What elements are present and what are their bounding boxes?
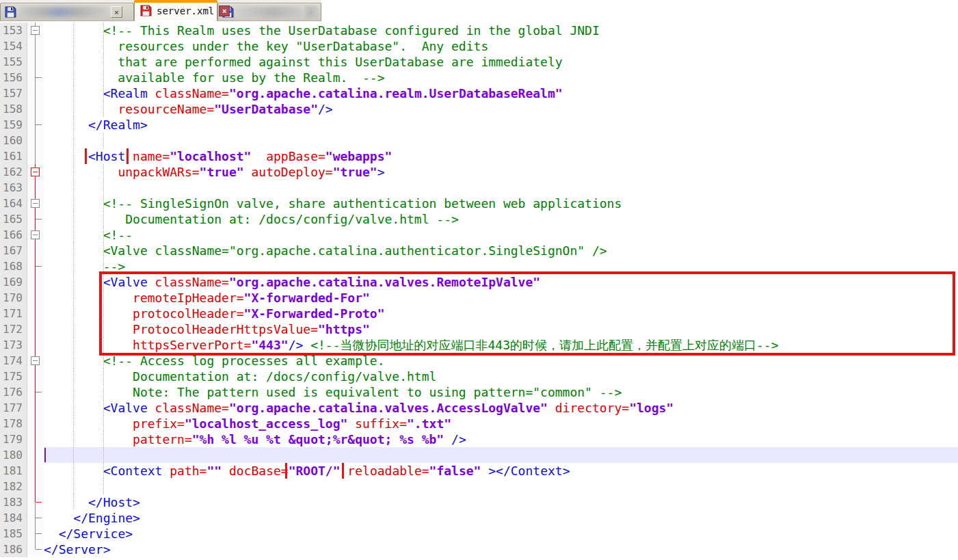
code-line[interactable]: 156 available for use by the Realm. --> xyxy=(0,70,958,85)
fold-marker[interactable] xyxy=(27,510,44,526)
code-line[interactable]: 179 pattern="%h %l %u %t &quot;%r&quot; … xyxy=(0,431,958,447)
code-line[interactable]: 154 resources under the key "UserDatabas… xyxy=(0,38,958,54)
close-icon[interactable]: × xyxy=(305,6,317,18)
code-editor[interactable]: 153 <!-- This Realm uses the UserDatabas… xyxy=(0,21,958,560)
code-line[interactable]: 161 <Host name="localhost" appBase="weba… xyxy=(0,148,958,164)
indent-guide xyxy=(73,243,74,258)
fold-marker[interactable] xyxy=(27,243,44,258)
fold-marker[interactable] xyxy=(27,180,44,196)
fold-marker[interactable] xyxy=(27,494,44,510)
fold-marker[interactable] xyxy=(27,196,44,211)
code-line[interactable]: 171 protocolHeader="X-Forwarded-Proto" xyxy=(0,306,958,321)
line-number: 158 xyxy=(0,101,27,117)
fold-marker[interactable] xyxy=(27,306,44,321)
fold-marker[interactable] xyxy=(27,54,44,70)
fold-marker[interactable] xyxy=(27,164,44,180)
code-text: <Context path="" docBase="ROOT/" reloada… xyxy=(44,463,958,479)
tab-file-3[interactable]: × xyxy=(217,3,321,21)
code-line[interactable]: 170 remoteIpHeader="X-forwarded-For" xyxy=(0,290,958,306)
indent-guide xyxy=(103,258,104,274)
code-text: </Engine> xyxy=(44,510,958,526)
line-number: 171 xyxy=(0,306,27,321)
fold-marker[interactable] xyxy=(27,353,44,369)
code-text: </Server> xyxy=(44,542,958,557)
line-number: 176 xyxy=(0,384,27,400)
fold-marker[interactable] xyxy=(27,70,44,85)
fold-marker[interactable] xyxy=(27,400,44,416)
code-line[interactable]: 184 </Engine> xyxy=(0,510,958,526)
fold-marker[interactable] xyxy=(27,211,44,227)
fold-marker[interactable] xyxy=(27,447,44,463)
code-line[interactable]: 157 <Realm className="org.apache.catalin… xyxy=(0,85,958,101)
code-line[interactable]: 159 </Realm> xyxy=(0,117,958,133)
line-number: 155 xyxy=(0,54,27,70)
fold-marker[interactable] xyxy=(27,274,44,290)
line-number: 153 xyxy=(0,23,27,38)
fold-marker[interactable] xyxy=(27,337,44,353)
tab-server-xml[interactable]: server.xml × xyxy=(134,0,217,21)
code-line[interactable]: 181 <Context path="" docBase="ROOT/" rel… xyxy=(0,463,958,479)
fold-marker[interactable] xyxy=(27,38,44,54)
fold-marker[interactable] xyxy=(27,384,44,400)
code-text: prefix="localhost_access_log" suffix=".t… xyxy=(44,416,958,431)
fold-marker[interactable] xyxy=(27,431,44,447)
code-line[interactable]: 158 resourceName="UserDatabase"/> xyxy=(0,101,958,117)
fold-marker[interactable] xyxy=(27,416,44,431)
code-line[interactable]: 174 <!-- Access log processes all exampl… xyxy=(0,353,958,369)
code-line[interactable]: 177 <Valve className="org.apache.catalin… xyxy=(0,400,958,416)
code-text xyxy=(44,133,958,148)
code-line[interactable]: 173 httpsServerPort="443"/> <!--当微协同地址的对… xyxy=(0,337,958,353)
code-line[interactable]: 186</Server> xyxy=(0,542,958,557)
code-line[interactable]: 167 <Valve className="org.apache.catalin… xyxy=(0,243,958,258)
code-line[interactable]: 160 xyxy=(0,133,958,148)
fold-marker[interactable] xyxy=(27,23,44,38)
code-text: remoteIpHeader="X-forwarded-For" xyxy=(44,290,958,306)
code-line[interactable]: 162 unpackWARs="true" autoDeploy="true"> xyxy=(0,164,958,180)
fold-marker[interactable] xyxy=(27,85,44,101)
code-line[interactable]: 168 --> xyxy=(0,258,958,274)
code-line[interactable]: 172 ProtocolHeaderHttpsValue="https" xyxy=(0,321,958,337)
fold-marker[interactable] xyxy=(27,526,44,542)
fold-marker[interactable] xyxy=(27,463,44,479)
fold-marker[interactable] xyxy=(27,479,44,494)
code-line[interactable]: 163 xyxy=(0,180,958,196)
close-icon[interactable]: × xyxy=(219,5,230,16)
code-line[interactable]: 176 Note: The pattern used is equivalent… xyxy=(0,384,958,400)
indent-guide xyxy=(103,133,104,148)
line-number: 175 xyxy=(0,369,27,384)
code-line[interactable]: 164 <!-- SingleSignOn valve, share authe… xyxy=(0,196,958,211)
indent-guide xyxy=(103,384,104,400)
indent-guide xyxy=(103,196,104,211)
fold-marker[interactable] xyxy=(27,321,44,337)
close-icon[interactable]: × xyxy=(111,6,122,18)
code-line[interactable]: 155 that are performed against this User… xyxy=(0,54,958,70)
code-line[interactable]: 165 Documentation at: /docs/config/valve… xyxy=(0,211,958,227)
indent-guide xyxy=(103,479,104,494)
code-line[interactable]: 166 <!-- xyxy=(0,227,958,243)
fold-marker[interactable] xyxy=(27,542,44,557)
code-line[interactable]: 175 Documentation at: /docs/config/valve… xyxy=(0,369,958,384)
fold-marker[interactable] xyxy=(27,117,44,133)
indent-guide xyxy=(73,290,74,306)
code-line[interactable]: 180 xyxy=(0,447,958,463)
fold-marker[interactable] xyxy=(27,227,44,243)
fold-marker[interactable] xyxy=(27,101,44,117)
fold-marker[interactable] xyxy=(27,148,44,164)
indent-guide xyxy=(73,479,74,494)
fold-marker[interactable] xyxy=(27,290,44,306)
code-line[interactable]: 185 </Service> xyxy=(0,526,958,542)
code-text: protocolHeader="X-Forwarded-Proto" xyxy=(44,306,958,321)
fold-marker[interactable] xyxy=(27,369,44,384)
code-line[interactable]: 183 </Host> xyxy=(0,494,958,510)
code-line[interactable]: 169 <Valve className="org.apache.catalin… xyxy=(0,274,958,290)
code-line[interactable]: 182 xyxy=(0,479,958,494)
code-line[interactable]: 178 prefix="localhost_access_log" suffix… xyxy=(0,416,958,431)
tab-file-1[interactable]: × xyxy=(0,3,134,21)
line-number: 165 xyxy=(0,211,27,227)
indent-guide xyxy=(73,54,74,70)
line-number: 170 xyxy=(0,290,27,306)
fold-marker[interactable] xyxy=(27,258,44,274)
indent-guide xyxy=(73,494,74,510)
code-line[interactable]: 153 <!-- This Realm uses the UserDatabas… xyxy=(0,23,958,38)
fold-marker[interactable] xyxy=(27,133,44,148)
